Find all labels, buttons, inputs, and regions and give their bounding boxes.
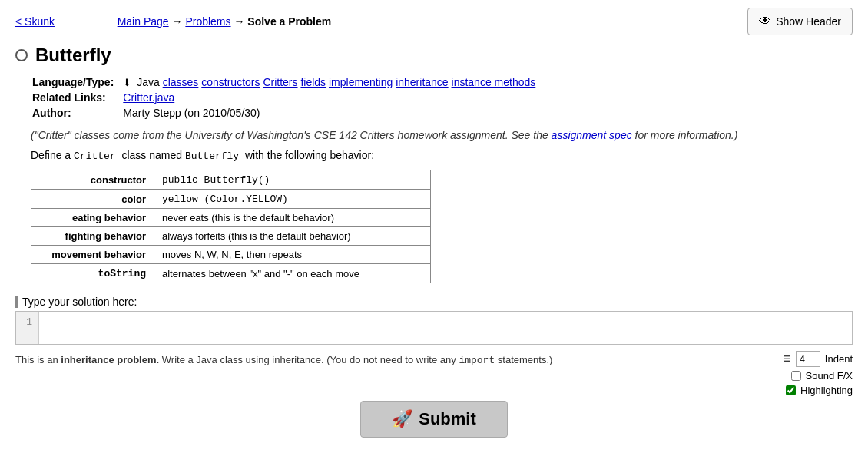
show-header-button[interactable]: 👁 Show Header xyxy=(747,8,853,35)
submit-icon: 🚀 xyxy=(392,409,412,429)
inheritance-bold: inheritance problem. xyxy=(61,354,159,365)
import-mono: import xyxy=(459,355,495,366)
define-text-2: class named xyxy=(121,149,182,161)
sound-fx-checkbox[interactable] xyxy=(791,371,801,381)
download-icon: ⬇ xyxy=(123,77,131,88)
current-page-label: Solve a Problem xyxy=(247,15,331,28)
critter-class-name: Critter xyxy=(74,150,121,162)
fields-link[interactable]: fields xyxy=(300,76,326,88)
behavior-row: fighting behavioralways forfeits (this i… xyxy=(31,227,431,246)
description-text: ("Critter" classes come from the Univers… xyxy=(31,129,548,141)
author-value: Marty Stepp (on 2010/05/30) xyxy=(123,106,535,120)
behavior-value: moves N, W, N, E, then repeats xyxy=(154,246,431,264)
behavior-value: always forfeits (this is the default beh… xyxy=(154,227,431,246)
define-text-3: with the following behavior: xyxy=(245,149,374,161)
behavior-label: eating behavior xyxy=(31,209,154,227)
sound-fx-label: Sound F/X xyxy=(806,370,853,382)
assignment-spec-link[interactable]: assignment spec xyxy=(552,129,632,141)
behavior-row: toStringalternates between "x" and "-" o… xyxy=(31,264,431,283)
problem-title-row: Butterfly xyxy=(15,45,853,66)
inheritance-text: This is an xyxy=(15,354,58,365)
meta-table: Language/Type: ⬇ Java classes constructo… xyxy=(31,74,537,121)
inheritance-link[interactable]: inheritance xyxy=(396,76,449,88)
behavior-label: movement behavior xyxy=(31,246,154,264)
butterfly-class-name: Butterfly xyxy=(185,150,245,162)
description-box: ("Critter" classes come from the Univers… xyxy=(31,129,853,141)
instruction-end: statements.) xyxy=(498,354,553,365)
critters-link[interactable]: Critters xyxy=(263,76,297,88)
submit-label: Submit xyxy=(419,409,476,429)
problems-link[interactable]: Problems xyxy=(185,15,230,28)
code-input[interactable] xyxy=(39,312,852,344)
language-value: ⬇ Java classes constructors Critters fie… xyxy=(123,75,535,89)
meta-related-row: Related Links: Critter.java xyxy=(32,91,535,104)
define-text: Define a Critter class named Butterfly w… xyxy=(31,149,853,162)
behavior-value: public Butterfly() xyxy=(154,170,431,190)
author-label: Author: xyxy=(32,106,121,120)
solution-area: Type your solution here: 1 xyxy=(15,296,853,345)
instruction-text: Write a Java class using inheritance. (Y… xyxy=(162,354,459,365)
description-end: for more information.) xyxy=(635,129,738,141)
highlighting-row: Highlighting xyxy=(786,385,853,396)
eye-icon: 👁 xyxy=(759,15,771,28)
show-header-label: Show Header xyxy=(776,15,841,28)
solution-label: Type your solution here: xyxy=(15,296,853,308)
bottom-left: This is an inheritance problem. Write a … xyxy=(15,351,783,366)
problem-title: Butterfly xyxy=(35,45,111,66)
behavior-row: constructorpublic Butterfly() xyxy=(31,170,431,190)
indent-row: ≡ Indent xyxy=(783,351,853,367)
behavior-value: alternates between "x" and "-" on each m… xyxy=(154,264,431,283)
indent-label: Indent xyxy=(825,353,853,365)
behavior-label: color xyxy=(31,190,154,209)
critter-java-link[interactable]: Critter.java xyxy=(123,91,174,104)
bottom-right: ≡ Indent Sound F/X Highlighting xyxy=(783,351,853,396)
define-text-1: Define a xyxy=(31,149,71,161)
highlighting-checkbox[interactable] xyxy=(786,385,796,395)
related-links-value: Critter.java xyxy=(123,91,535,104)
main-page-link[interactable]: Main Page xyxy=(118,15,169,28)
indent-input[interactable] xyxy=(796,351,820,367)
radio-button[interactable] xyxy=(15,49,28,61)
breadcrumb: < Skunk Main Page → Problems → Solve a P… xyxy=(15,15,331,28)
behavior-row: eating behaviornever eats (this is the d… xyxy=(31,209,431,227)
behavior-value: never eats (this is the default behavior… xyxy=(154,209,431,227)
top-navigation: < Skunk Main Page → Problems → Solve a P… xyxy=(15,8,853,35)
submit-area: 🚀 Submit xyxy=(15,401,853,438)
meta-language-row: Language/Type: ⬇ Java classes constructo… xyxy=(32,75,535,89)
classes-link[interactable]: classes xyxy=(163,76,199,88)
submit-button[interactable]: 🚀 Submit xyxy=(360,401,508,438)
arrow1: → xyxy=(172,15,186,28)
bottom-bar: This is an inheritance problem. Write a … xyxy=(15,351,853,396)
related-links-label: Related Links: xyxy=(32,91,121,104)
behavior-label: constructor xyxy=(31,170,154,190)
behavior-label: toString xyxy=(31,264,154,283)
highlighting-label: Highlighting xyxy=(800,385,853,396)
meta-author-row: Author: Marty Stepp (on 2010/05/30) xyxy=(32,106,535,120)
line-number-1: 1 xyxy=(22,316,32,328)
behavior-table: constructorpublic Butterfly()coloryellow… xyxy=(31,170,431,283)
line-numbers: 1 xyxy=(16,312,39,344)
language-label: Language/Type: xyxy=(32,75,121,89)
behavior-row: coloryellow (Color.YELLOW) xyxy=(31,190,431,209)
behavior-value: yellow (Color.YELLOW) xyxy=(154,190,431,209)
implementing-link[interactable]: implementing xyxy=(329,76,393,88)
instance-methods-link[interactable]: instance methods xyxy=(452,76,536,88)
indent-icon: ≡ xyxy=(783,351,791,367)
arrow2: → xyxy=(234,15,247,28)
behavior-row: movement behaviormoves N, W, N, E, then … xyxy=(31,246,431,264)
problem-meta: Language/Type: ⬇ Java classes constructo… xyxy=(15,74,853,121)
behavior-label: fighting behavior xyxy=(31,227,154,246)
back-link[interactable]: < Skunk xyxy=(15,15,55,28)
code-editor: 1 xyxy=(15,311,853,345)
language-text: Java xyxy=(137,76,160,88)
constructors-link[interactable]: constructors xyxy=(201,76,260,88)
sound-fx-row: Sound F/X xyxy=(791,370,853,382)
